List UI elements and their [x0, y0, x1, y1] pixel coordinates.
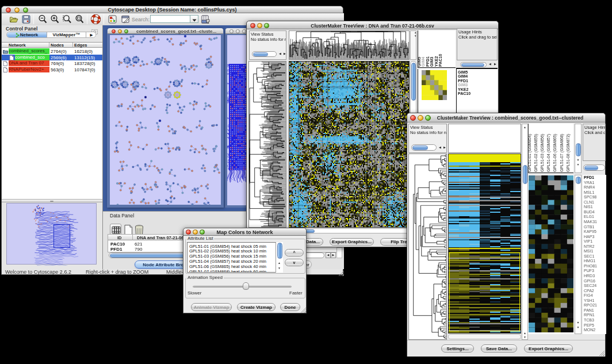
birdseye-panel[interactable]	[6, 203, 97, 265]
vscroll-thumb[interactable]	[576, 143, 581, 156]
frame1-title-bar[interactable]: combined_scores_good.txt--cluste...	[108, 28, 223, 34]
dialog-resize-grip[interactable]	[301, 308, 306, 313]
win1-labels-scrollbar[interactable]: ▲ ▼	[410, 30, 416, 60]
win2-heatmap[interactable]	[448, 154, 521, 334]
animate-vizmap-button[interactable]: Animate Vizmap	[191, 303, 232, 311]
win1-nav-widget[interactable]	[252, 51, 277, 57]
search-dropdown-button[interactable]	[190, 15, 198, 23]
win2-usage-nav[interactable]	[583, 164, 605, 171]
win1-usage-nav[interactable]	[460, 62, 487, 67]
attribute-list[interactable]: GPL51-01 (GSM854) heat shock 05 minGPL51…	[187, 242, 283, 273]
attribute-list-item[interactable]: GPL51-07 (GSM868) heat shock 60 min	[189, 269, 266, 273]
nav-right-button[interactable]: ▶	[282, 52, 286, 57]
move-down-button[interactable]: v	[285, 259, 304, 266]
tab-more-arrow[interactable]: ▶	[86, 32, 96, 38]
nav-pill-thumb[interactable]	[412, 145, 428, 150]
vscroll-thumb[interactable]	[277, 243, 282, 259]
zoom-out-icon[interactable]	[38, 14, 48, 24]
minimize-button[interactable]	[118, 29, 122, 33]
attribute-list-item[interactable]: GPL51-04 (GSM857) heat shock 20 min	[189, 259, 266, 264]
hscroll-left-button[interactable]: ◀	[326, 252, 331, 258]
nav-pill-thumb[interactable]	[461, 63, 484, 67]
zoom-in-icon[interactable]	[50, 14, 60, 24]
win2-hscrollbar[interactable]	[448, 334, 521, 339]
win2-zoom-heatmap[interactable]	[528, 175, 574, 334]
attribute-list-item[interactable]: GPL51-03 (GSM856) heat shock 15 min	[189, 254, 266, 259]
panel-divider[interactable]	[2, 199, 102, 202]
win2-resize-grip[interactable]	[599, 351, 605, 356]
search-input[interactable]	[150, 15, 190, 23]
win2-vscrollbar[interactable]: ▲ ▲ ▼	[522, 124, 528, 340]
win1-export-graphics-button[interactable]: Export Graphics...	[330, 238, 374, 246]
win2-row-dendrogram[interactable]	[408, 154, 447, 340]
win2-nav-widget[interactable]	[411, 144, 437, 151]
win2-save-data-button[interactable]: Save Data...	[481, 344, 517, 352]
win2-zoom-scrollbar[interactable]: ▲ ▼	[575, 175, 582, 334]
win1-row-dendrogram[interactable]	[248, 61, 286, 228]
nav-left-button[interactable]: ◀	[278, 52, 282, 57]
scroll-down-arrow[interactable]: ▼	[577, 163, 580, 166]
scroll-up-arrow[interactable]: ▲	[523, 125, 526, 129]
scroll-down-arrow[interactable]: ▼	[278, 266, 281, 270]
win1-heatmap[interactable]	[289, 61, 410, 228]
win1-col-dendrogram[interactable]	[289, 30, 410, 60]
close-button[interactable]	[112, 29, 116, 33]
win2-settings-button[interactable]: Settings...	[441, 344, 474, 352]
nav-pill-thumb[interactable]	[584, 166, 598, 170]
frame1-viewport[interactable]	[110, 35, 221, 205]
main-title-bar[interactable]: Cytoscape Desktop (Session Name: collins…	[2, 6, 343, 13]
data-row-id[interactable]: PAC10	[110, 242, 125, 247]
done-button[interactable]: Done	[280, 303, 300, 311]
win2-title-bar[interactable]: ClusterMaker TreeView : combined_scores_…	[407, 113, 605, 122]
zoom-fit-icon[interactable]	[62, 14, 72, 24]
scroll-up-arrow[interactable]: ▲	[577, 320, 580, 324]
network-frame-1[interactable]: combined_scores_good.txt--cluste...	[107, 28, 224, 208]
win2-export-graphics-button[interactable]: Export Graphics...	[524, 344, 573, 352]
zoom-selected-icon[interactable]	[75, 14, 85, 24]
speed-slider-track[interactable]	[193, 286, 292, 288]
lifesaver-icon[interactable]	[91, 14, 101, 24]
minimize-button[interactable]	[236, 29, 240, 33]
create-vizmap-button[interactable]: Create Vizmap	[237, 303, 276, 311]
hscroll-right-button[interactable]: ▶	[331, 252, 336, 258]
win1-hscrollbar[interactable]	[289, 228, 410, 233]
edit-page-icon[interactable]	[121, 14, 131, 24]
attribute-list-item[interactable]: GPL51-01 (GSM854) heat shock 05 min	[189, 244, 266, 249]
tab-vizmapper[interactable]: VizMapper™	[47, 32, 86, 38]
nav-left-button[interactable]: ◀	[438, 145, 442, 151]
nav-right-button[interactable]: ▶	[493, 62, 498, 67]
move-up-button[interactable]: ^	[285, 249, 304, 256]
vscroll-thumb[interactable]	[576, 177, 581, 184]
attribute-list-item[interactable]: GPL51-02 (GSM855) heat shock 10 min	[189, 248, 266, 254]
scroll-up-arrow[interactable]: ▲	[278, 261, 281, 265]
vscroll-thumb[interactable]	[523, 165, 527, 184]
main-resize-grip[interactable]	[339, 271, 344, 276]
nav-right-button[interactable]: ▶	[442, 145, 447, 151]
network-table-row[interactable]: combined_sco2569(6)13112(15)	[2, 55, 102, 61]
vscroll-thumb[interactable]	[411, 63, 416, 101]
save-icon[interactable]	[21, 14, 31, 24]
scroll-up-arrow[interactable]: ▲	[523, 331, 526, 335]
scroll-down-arrow[interactable]: ▼	[414, 35, 416, 37]
close-button[interactable]	[230, 29, 234, 33]
frame1-network-canvas[interactable]	[110, 35, 221, 205]
zoom-button[interactable]	[124, 29, 128, 33]
data-row-id[interactable]: PFD1	[110, 247, 122, 252]
attribute-list-scrollbar[interactable]: ▲ ▼	[276, 242, 283, 273]
data-row-value[interactable]: 790	[135, 247, 142, 252]
dialog-title-bar[interactable]: Map Colors to Network	[183, 228, 306, 236]
scroll-down-arrow[interactable]: ▼	[523, 335, 526, 339]
network-table-row[interactable]: combined_scores_2764(0)16218(0)	[2, 48, 102, 55]
scroll-up-arrow[interactable]: ▲	[577, 158, 580, 161]
win2-col-labels-scrollbar[interactable]: ▲ ▼	[575, 124, 582, 173]
network-table-row[interactable]: DNA and Tran 07769(0)183728(0)	[2, 60, 102, 67]
nav-left-button[interactable]: ◀	[488, 62, 492, 67]
tab-network[interactable]: Network	[7, 32, 47, 38]
speed-slider-thumb[interactable]	[243, 282, 249, 290]
open-folder-icon[interactable]	[9, 14, 19, 24]
win1-zoom-matrix-canvas[interactable]	[422, 70, 447, 100]
network-table-row[interactable]: RNAPuberNov2+563(0)107847(0)	[2, 67, 102, 73]
data-row-value[interactable]: 621	[135, 242, 142, 247]
birdseye-viewport-rect[interactable]	[53, 224, 70, 248]
zoom-button[interactable]	[242, 29, 246, 33]
